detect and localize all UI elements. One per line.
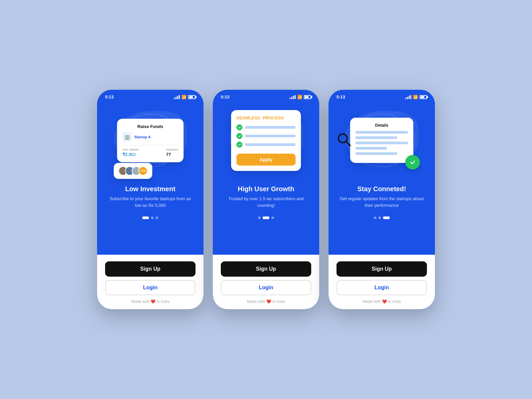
main-title-2: High User Growth [223,185,309,193]
startup-row: 🏢 Startup A [122,132,178,142]
wifi-icon-1: 📶 [182,95,187,99]
signup-button-3[interactable]: Sign Up [336,261,427,277]
phone-2-top: 5:13 📶 [213,90,319,255]
dots-1 [97,214,203,223]
detail-line-5 [355,152,397,155]
dots-3 [329,214,435,223]
dot-1-2 [151,216,154,219]
phone-3-top: 5:13 📶 [329,90,435,255]
wifi-icon-3: 📶 [413,95,418,99]
text-section-3: Stay Conneted! Get regular updates from … [329,179,435,214]
signal-icon-3 [405,95,411,99]
detail-line-1 [355,131,408,134]
time-1: 5:13 [105,94,114,99]
seamless-yellow: PROCESS [263,115,284,120]
dots-2 [213,214,319,223]
signal-icon-1 [174,95,180,99]
phones-container: 5:13 📶 [97,90,435,309]
phone-1-bottom: Sign Up Login Made with ❤️ in India [97,255,203,309]
amt-value: ₹2.3Cr [122,152,139,157]
status-bar-3: 5:13 📶 [329,90,435,102]
main-title-3: Stay Conneted! [338,185,425,193]
checklist-item-1 [236,124,296,130]
status-icons-3: 📶 [405,95,427,99]
investors-card: +74 [114,163,152,179]
dot-3-1 [374,216,376,219]
raise-funds-title: Raise Funds [122,124,178,129]
sub-text-2: Trusted by over 1.5 lac subscribers and … [223,196,309,208]
checklist-item-2 [236,133,296,139]
check-circle-2 [236,133,242,139]
investors-value: 77 [166,152,178,157]
wifi-icon-2: 📶 [297,95,302,99]
heart-icon-3: ❤️ [382,299,388,304]
made-with-2: Made with ❤️ in India [221,299,311,304]
time-2: 5:13 [221,94,229,99]
seamless-black: SEAMLESS [236,115,260,120]
battery-icon-2 [304,95,311,99]
check-circle-1 [236,124,242,130]
phone-3-bottom: Sign Up Login Made with ❤️ in India [329,255,435,309]
investors-label: Investors [166,148,178,151]
heart-icon-1: ❤️ [151,299,157,304]
dot-2-3 [271,216,274,219]
dot-2-2 [263,216,269,219]
dot-2-1 [258,216,261,219]
battery-icon-1 [188,95,196,99]
check-green-badge [405,155,420,170]
signup-button-2[interactable]: Sign Up [221,261,311,277]
details-title: Details [355,123,408,128]
startup-name: Startup A [134,135,151,139]
signup-button-1[interactable]: Sign Up [105,261,196,277]
battery-icon-3 [420,95,427,99]
amt-label: Amt. Raised [122,148,139,151]
sub-text-1: Subscribe to your favorite startups from… [107,196,194,208]
status-icons-2: 📶 [290,95,311,99]
raise-funds-card: Raise Funds 🏢 Startup A Amt. Raised ₹2.3… [117,119,184,162]
check-circle-3 [236,142,242,148]
illustration-2: SEAMLESS PROCESS [213,102,319,179]
phone-2-bottom: Sign Up Login Made with ❤️ in India [213,255,319,309]
sub-text-3: Get regular updates from the startups ab… [338,196,425,208]
phone-2: 5:13 📶 [213,90,319,309]
text-section-2: High User Growth Trusted by over 1.5 lac… [213,179,319,214]
illustration-1: Raise Funds 🏢 Startup A Amt. Raised ₹2.3… [97,102,203,179]
apply-button[interactable]: Apply [236,154,296,166]
status-bar-1: 5:13 📶 [97,90,203,102]
investors-stat: Investors 77 [166,148,178,157]
main-title-1: Low Investment [107,185,194,193]
dot-3-2 [378,216,381,219]
plus-badge: +74 [138,166,148,176]
illustration-3: Details [329,102,435,179]
login-button-3[interactable]: Login [336,280,427,295]
startup-icon: 🏢 [122,132,132,142]
login-button-2[interactable]: Login [221,280,311,295]
phone-1: 5:13 📶 [97,90,203,309]
amt-raised-stat: Amt. Raised ₹2.3Cr [122,148,139,157]
signal-icon-2 [290,95,296,99]
dot-1-1 [142,216,149,219]
dot-3-3 [383,216,390,219]
detail-line-3 [355,142,408,144]
heart-icon-2: ❤️ [266,299,272,304]
details-card: Details [350,118,413,163]
login-button-1[interactable]: Login [105,280,196,295]
status-icons-1: 📶 [174,95,196,99]
dot-1-3 [156,216,158,219]
detail-line-2 [355,136,397,139]
svg-line-1 [346,142,350,146]
avatar-stack: +74 [118,166,148,176]
time-3: 5:13 [336,94,345,99]
text-section-1: Low Investment Subscribe to your favorit… [97,179,203,214]
checklist-item-3 [236,142,296,148]
phone-1-top: 5:13 📶 [97,90,203,255]
status-bar-2: 5:13 📶 [213,90,319,102]
phone-3: 5:13 📶 [329,90,435,309]
seamless-card: SEAMLESS PROCESS [231,110,301,171]
made-with-3: Made with ❤️ in India [336,299,427,304]
search-icon [336,132,352,149]
made-with-1: Made with ❤️ in India [105,299,196,304]
seamless-title: SEAMLESS PROCESS [236,115,296,120]
detail-line-4 [355,147,387,150]
stats-row: Amt. Raised ₹2.3Cr Investors 77 [122,148,178,157]
